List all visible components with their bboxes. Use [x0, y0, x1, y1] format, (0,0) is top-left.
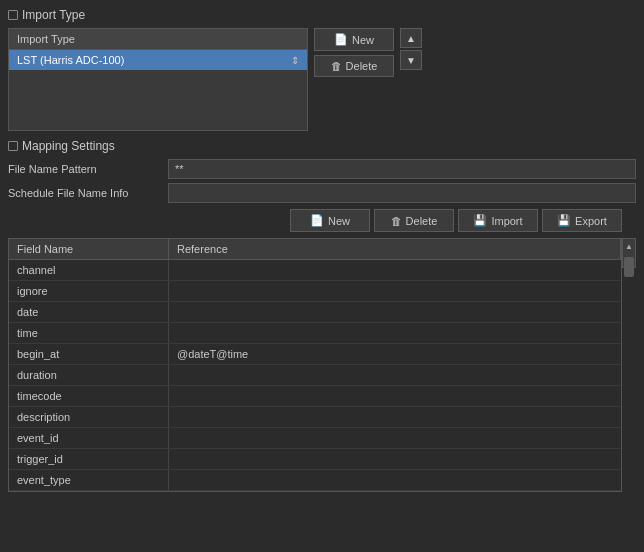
scroll-up-arrow[interactable]: ▲ [623, 239, 635, 253]
table-cell-reference [169, 323, 621, 343]
import-type-body [9, 70, 307, 130]
mapping-table: Field Name Reference channelignoredateti… [8, 238, 622, 492]
table-cell-field: time [9, 323, 169, 343]
mapping-toolbar: 📄 New 🗑 Delete 💾 Import 💾 Export [8, 209, 636, 232]
table-cell-field: event_type [9, 470, 169, 490]
table-row[interactable]: time [9, 323, 621, 344]
col-header-field-name: Field Name [9, 239, 169, 259]
table-cell-reference [169, 365, 621, 385]
table-cell-reference [169, 407, 621, 427]
import-type-content: Import Type LST (Harris ADC-100) ⇕ 📄 New… [8, 28, 636, 131]
mapping-import-button[interactable]: 💾 Import [458, 209, 538, 232]
file-name-pattern-row: File Name Pattern [8, 159, 636, 179]
mapping-delete-button[interactable]: 🗑 Delete [374, 209, 454, 232]
import-type-delete-button[interactable]: 🗑 Delete [314, 55, 394, 77]
mapping-delete-icon: 🗑 [391, 215, 402, 227]
table-body: channelignoredatetimebegin_at@dateT@time… [9, 260, 621, 491]
table-cell-reference [169, 428, 621, 448]
table-cell-field: duration [9, 365, 169, 385]
mapping-settings-section: Mapping Settings File Name Pattern Sched… [8, 139, 636, 492]
scroll-thumb[interactable] [624, 257, 634, 277]
import-type-new-button[interactable]: 📄 New [314, 28, 394, 51]
table-cell-reference: @dateT@time [169, 344, 621, 364]
schedule-file-name-info-row: Schedule File Name Info [8, 183, 636, 203]
table-row[interactable]: channel [9, 260, 621, 281]
import-type-list-item[interactable]: LST (Harris ADC-100) ⇕ [9, 50, 307, 70]
schedule-file-name-info-input[interactable] [168, 183, 636, 203]
table-row[interactable]: begin_at@dateT@time [9, 344, 621, 365]
table-cell-reference [169, 470, 621, 490]
mapping-new-icon: 📄 [310, 214, 324, 227]
table-cell-reference [169, 302, 621, 322]
table-cell-reference [169, 260, 621, 280]
table-wrapper: Field Name Reference channelignoredateti… [8, 238, 622, 492]
import-type-buttons: 📄 New 🗑 Delete [314, 28, 394, 77]
table-cell-field: description [9, 407, 169, 427]
import-type-section: Import Type Import Type LST (Harris ADC-… [8, 8, 636, 131]
up-down-buttons: ▲ ▼ [400, 28, 422, 70]
table-cell-reference [169, 449, 621, 469]
table-row[interactable]: duration [9, 365, 621, 386]
table-cell-field: event_id [9, 428, 169, 448]
table-row[interactable]: trigger_id [9, 449, 621, 470]
vertical-scrollbar[interactable]: ▲ ▼ [622, 238, 636, 268]
mapping-export-icon: 💾 [557, 214, 571, 227]
table-outer-wrapper: Field Name Reference channelignoredateti… [8, 238, 636, 492]
table-cell-reference [169, 386, 621, 406]
table-cell-reference [169, 281, 621, 301]
import-type-title: Import Type [8, 8, 636, 22]
table-cell-field: trigger_id [9, 449, 169, 469]
import-type-list: Import Type LST (Harris ADC-100) ⇕ [8, 28, 308, 131]
delete-icon: 🗑 [331, 60, 342, 72]
mapping-export-button[interactable]: 💾 Export [542, 209, 622, 232]
table-cell-field: begin_at [9, 344, 169, 364]
table-cell-field: channel [9, 260, 169, 280]
col-header-reference: Reference [169, 239, 621, 259]
import-type-list-header: Import Type [9, 29, 307, 50]
import-type-selected-value: LST (Harris ADC-100) [17, 54, 124, 66]
table-row[interactable]: description [9, 407, 621, 428]
move-down-button[interactable]: ▼ [400, 50, 422, 70]
import-type-sort-arrows: ⇕ [291, 55, 299, 66]
file-name-pattern-label: File Name Pattern [8, 163, 168, 175]
table-row[interactable]: event_type [9, 470, 621, 491]
mapping-import-icon: 💾 [473, 214, 487, 227]
table-row[interactable]: timecode [9, 386, 621, 407]
arrow-up-icon: ▲ [406, 33, 416, 44]
arrow-down-icon: ▼ [406, 55, 416, 66]
mapping-new-button[interactable]: 📄 New [290, 209, 370, 232]
table-header: Field Name Reference [9, 239, 621, 260]
mapping-settings-title: Mapping Settings [8, 139, 636, 153]
move-up-button[interactable]: ▲ [400, 28, 422, 48]
file-name-pattern-input[interactable] [168, 159, 636, 179]
table-row[interactable]: date [9, 302, 621, 323]
main-container: Import Type Import Type LST (Harris ADC-… [0, 0, 644, 552]
table-cell-field: ignore [9, 281, 169, 301]
new-icon: 📄 [334, 33, 348, 46]
schedule-file-name-info-label: Schedule File Name Info [8, 187, 168, 199]
table-cell-field: date [9, 302, 169, 322]
table-row[interactable]: ignore [9, 281, 621, 302]
table-cell-field: timecode [9, 386, 169, 406]
table-row[interactable]: event_id [9, 428, 621, 449]
